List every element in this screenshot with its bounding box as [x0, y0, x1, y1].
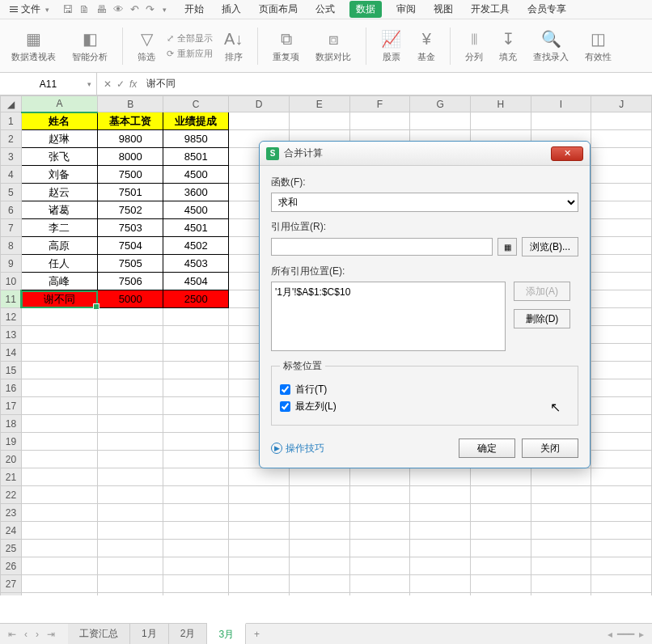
cell[interactable]	[470, 468, 531, 486]
cell[interactable]	[229, 540, 290, 557]
sheet-nav-next-icon[interactable]: ›	[32, 629, 42, 640]
cell[interactable]	[163, 504, 229, 522]
cell[interactable]	[349, 486, 410, 504]
sheet-nav-last-icon[interactable]: ⇥	[44, 629, 58, 640]
cell[interactable]	[229, 575, 290, 593]
select-all-corner[interactable]: ◢	[1, 96, 22, 112]
ribbon-reapply[interactable]: ⟳重新应用	[167, 48, 213, 60]
cell[interactable]	[289, 468, 349, 486]
row-header[interactable]: 21	[1, 468, 22, 486]
cell[interactable]: 张飞	[21, 148, 97, 166]
cell[interactable]: 刘备	[21, 166, 97, 184]
ribbon-lookup[interactable]: 🔍查找录入	[528, 25, 574, 66]
col-header-D[interactable]: D	[229, 96, 290, 112]
cell[interactable]	[98, 540, 163, 557]
cell[interactable]	[410, 504, 471, 522]
cell[interactable]	[349, 112, 410, 130]
cell[interactable]	[289, 504, 349, 522]
cell[interactable]	[591, 326, 652, 344]
dialog-titlebar[interactable]: S 合并计算 ✕	[260, 142, 590, 166]
cell[interactable]: 赵琳	[21, 130, 97, 148]
cell[interactable]: 姓名	[21, 112, 97, 130]
row-header[interactable]: 10	[1, 273, 22, 290]
add-button[interactable]: 添加(A)	[514, 282, 570, 301]
cell[interactable]	[98, 308, 163, 326]
dialog-close-button[interactable]: ✕	[551, 146, 583, 161]
cell[interactable]	[163, 451, 229, 468]
list-item[interactable]: '1月'!$A$1:$C$10	[275, 286, 502, 299]
cell[interactable]	[163, 522, 229, 540]
row-header[interactable]: 7	[1, 219, 22, 237]
cell[interactable]	[163, 593, 229, 596]
cell[interactable]	[531, 540, 591, 557]
cell[interactable]	[21, 557, 97, 575]
sheet-tab-feb[interactable]: 2月	[169, 624, 208, 645]
cell[interactable]	[591, 397, 652, 415]
sheet-tab-summary[interactable]: 工资汇总	[68, 624, 130, 645]
cell[interactable]: 7505	[98, 255, 163, 273]
cell[interactable]	[21, 415, 97, 433]
cell[interactable]	[21, 326, 97, 344]
ref-input[interactable]	[271, 238, 493, 256]
cell[interactable]	[98, 468, 163, 486]
cancel-icon[interactable]: ✕	[104, 78, 112, 90]
preview-icon[interactable]: 👁	[113, 3, 124, 15]
cell[interactable]	[591, 237, 652, 255]
cell[interactable]: 李二	[21, 219, 97, 237]
cell[interactable]: 业绩提成	[163, 112, 229, 130]
cell[interactable]	[591, 273, 652, 290]
cell[interactable]	[229, 468, 290, 486]
cell[interactable]	[21, 540, 97, 557]
row-header[interactable]: 14	[1, 344, 22, 362]
cell[interactable]	[289, 575, 349, 593]
cell[interactable]: 4504	[163, 273, 229, 290]
cell[interactable]: 7504	[98, 237, 163, 255]
tab-view[interactable]: 视图	[430, 1, 456, 18]
cell[interactable]	[531, 112, 591, 130]
cell[interactable]: 4500	[163, 201, 229, 219]
cell[interactable]	[98, 379, 163, 397]
ribbon-show-all[interactable]: ⤢全部显示	[167, 32, 213, 44]
save-as-icon[interactable]: 🗎	[79, 3, 90, 15]
hscroll-track[interactable]: ━━━	[617, 629, 634, 640]
cell[interactable]: 赵云	[21, 184, 97, 201]
cell[interactable]	[410, 112, 471, 130]
cell[interactable]	[531, 468, 591, 486]
cell[interactable]: 7503	[98, 219, 163, 237]
ribbon-compare[interactable]: ⧈数据对比	[311, 25, 356, 66]
tab-data[interactable]: 数据	[349, 1, 382, 18]
browse-button[interactable]: 浏览(B)...	[522, 237, 578, 256]
function-select[interactable]: 求和	[271, 193, 578, 212]
row-header[interactable]: 3	[1, 148, 22, 166]
row-header[interactable]: 19	[1, 433, 22, 451]
sheet-nav-prev-icon[interactable]: ‹	[21, 629, 31, 640]
row-header[interactable]: 1	[1, 112, 22, 130]
cell[interactable]: 7502	[98, 201, 163, 219]
cell[interactable]	[410, 486, 471, 504]
tips-link[interactable]: ▶ 操作技巧	[271, 442, 324, 455]
all-refs-listbox[interactable]: '1月'!$A$1:$C$10	[271, 282, 506, 351]
cell[interactable]	[531, 575, 591, 593]
cell[interactable]: 高峰	[21, 273, 97, 290]
tab-review[interactable]: 审阅	[393, 1, 419, 18]
cell[interactable]	[98, 486, 163, 504]
cell[interactable]	[349, 468, 410, 486]
cell[interactable]	[591, 112, 652, 130]
cell[interactable]	[21, 522, 97, 540]
cell[interactable]	[591, 433, 652, 451]
cell[interactable]	[591, 379, 652, 397]
row-header[interactable]: 6	[1, 201, 22, 219]
cell[interactable]: 5000	[98, 290, 163, 308]
cell[interactable]	[21, 504, 97, 522]
delete-button[interactable]: 删除(D)	[514, 309, 570, 328]
row-header[interactable]: 11	[1, 290, 22, 308]
cell[interactable]	[591, 468, 652, 486]
cell[interactable]	[591, 184, 652, 201]
cell[interactable]	[349, 593, 410, 596]
cell[interactable]	[591, 130, 652, 148]
cell[interactable]	[21, 362, 97, 379]
ribbon-split[interactable]: ⫴分列	[460, 25, 488, 66]
row-header[interactable]: 12	[1, 308, 22, 326]
hscroll-left-icon[interactable]: ◂	[608, 629, 612, 640]
tab-dev[interactable]: 开发工具	[468, 1, 513, 18]
